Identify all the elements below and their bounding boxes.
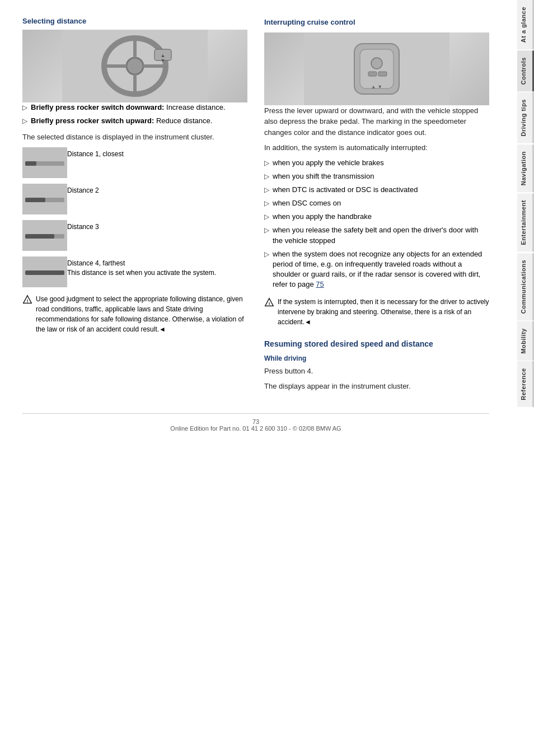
footer-text: Online Edition for Part no. 01 41 2 600 …: [170, 425, 341, 432]
svg-rect-12: [25, 161, 36, 166]
warning-triangle-icon: !: [22, 295, 32, 305]
right-column: Interrupting cruise control ▲ ▼: [264, 17, 489, 396]
interrupt-item-1: when you apply the vehicle brakes: [273, 158, 384, 168]
steering-wheel-image: ▲ ▼: [22, 30, 247, 102]
distance-cluster-description: The selected distance is displayed in th…: [22, 132, 247, 143]
distance-1-image: [22, 147, 67, 178]
right-intro-text: Press the lever upward or downward, and …: [264, 105, 489, 138]
main-content: Selecting distance ▲: [0, 0, 500, 756]
bullet-arrow-1: ▷: [22, 103, 27, 113]
right-section-title: Interrupting cruise control: [264, 17, 489, 28]
distance-2-item: Distance 2: [22, 184, 247, 214]
interrupt-item-7: when the system does not recognize any o…: [273, 249, 489, 290]
left-warning-text: Use good judgment to select the appropri…: [36, 294, 247, 334]
distance-2-image: [22, 184, 67, 214]
right-addition-text: In addition, the system is automatically…: [264, 142, 489, 153]
distance-4-label: Distance 4, farthestThis distance is set…: [67, 256, 216, 278]
svg-text:▲ ▼: ▲ ▼: [371, 84, 382, 90]
distance-3-label: Distance 3: [67, 220, 99, 232]
svg-rect-15: [25, 198, 45, 202]
interrupt-item-3: when DTC is activated or DSC is deactiva…: [273, 185, 418, 195]
sidebar-tab-driving-tips[interactable]: Driving tips: [517, 92, 534, 143]
bullet-1-text: Briefly press rocker switch downward: In…: [31, 102, 226, 113]
svg-rect-18: [25, 234, 54, 239]
right-warning-triangle-icon: !: [264, 297, 274, 307]
interrupt-item-6: when you release the safety belt and ope…: [273, 225, 489, 245]
page-footer: 73 Online Edition for Part no. 01 41 2 6…: [22, 413, 489, 432]
svg-rect-27: [368, 72, 377, 76]
sidebar-tab-communications[interactable]: Communications: [517, 253, 534, 320]
sidebar-tab-navigation[interactable]: Navigation: [517, 144, 534, 192]
left-warning-box: ! Use good judgment to select the approp…: [22, 294, 247, 334]
interrupt-list: ▷ when you apply the vehicle brakes ▷ wh…: [264, 158, 489, 290]
displays-appear-text: The displays appear in the instrument cl…: [264, 381, 489, 392]
sidebar-tab-reference[interactable]: Reference: [517, 361, 534, 407]
interrupt-arrow-5: ▷: [264, 212, 269, 222]
svg-rect-28: [378, 72, 387, 76]
left-section-title: Selecting distance: [22, 17, 247, 25]
sidebar-tab-controls[interactable]: Controls: [517, 50, 534, 91]
svg-point-26: [371, 58, 382, 69]
distance-1-item: Distance 1, closest: [22, 147, 247, 178]
svg-rect-20: [25, 270, 64, 275]
while-driving-label: While driving: [264, 353, 489, 363]
resuming-title: Resuming stored desired speed and distan…: [264, 338, 489, 350]
interrupt-item-2: when you shift the transmission: [273, 171, 374, 181]
interrupt-arrow-6: ▷: [264, 226, 269, 235]
distance-3-item: Distance 3: [22, 220, 247, 251]
svg-text:!: !: [269, 301, 270, 306]
interrupt-item-4: when DSC comes on: [273, 198, 341, 208]
svg-text:▼: ▼: [161, 58, 166, 63]
interrupt-arrow-7: ▷: [264, 250, 269, 259]
resuming-section: Resuming stored desired speed and distan…: [264, 338, 489, 392]
interrupt-arrow-4: ▷: [264, 199, 269, 208]
distance-4-item: Distance 4, farthestThis distance is set…: [22, 256, 247, 287]
press-button-text: Press button 4.: [264, 366, 489, 377]
bullet-2-text: Briefly press rocker switch upward: Redu…: [31, 116, 212, 126]
page-number: 73: [252, 418, 259, 425]
svg-point-2: [127, 58, 143, 74]
interrupt-item-5: when you apply the handbrake: [273, 212, 372, 222]
distance-3-image: [22, 220, 67, 251]
sidebar-tab-at-a-glance[interactable]: At a glance: [517, 0, 534, 49]
left-column: Selecting distance ▲: [22, 17, 247, 396]
selecting-distance-bullets: ▷ Briefly press rocker switch downward: …: [22, 102, 247, 126]
sidebar: At a glance Controls Driving tips Naviga…: [517, 0, 534, 756]
page-75-link[interactable]: 75: [316, 280, 324, 288]
cruise-control-image: ▲ ▼: [264, 32, 489, 105]
interrupt-arrow-2: ▷: [264, 172, 269, 181]
bullet-arrow-2: ▷: [22, 116, 27, 126]
distance-1-label: Distance 1, closest: [67, 147, 124, 159]
right-warning-text: If the system is interrupted, then it is…: [278, 297, 489, 327]
distance-4-image: [22, 256, 67, 287]
sidebar-tab-mobility[interactable]: Mobility: [517, 321, 534, 361]
distance-2-label: Distance 2: [67, 184, 99, 195]
interrupt-arrow-1: ▷: [264, 158, 269, 168]
svg-text:!: !: [27, 298, 29, 303]
right-warning-box: ! If the system is interrupted, then it …: [264, 297, 489, 327]
interrupt-arrow-3: ▷: [264, 185, 269, 195]
sidebar-tab-entertainment[interactable]: Entertainment: [517, 193, 534, 251]
